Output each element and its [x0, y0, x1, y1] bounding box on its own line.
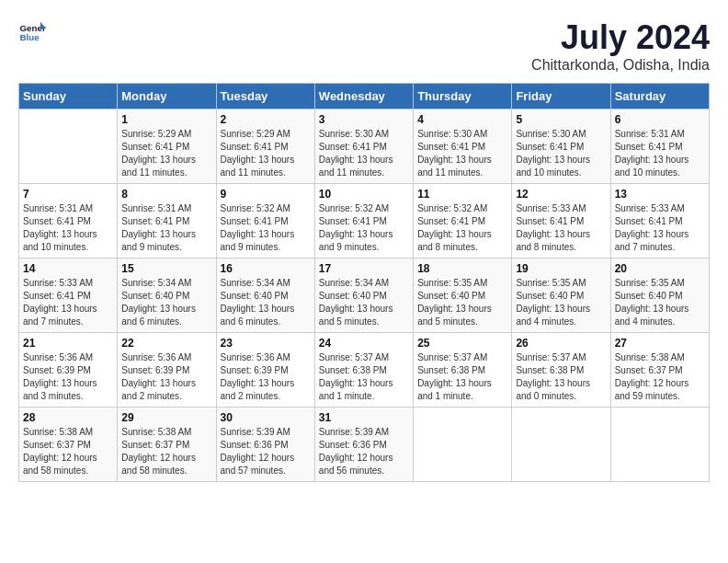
day-number: 25: [417, 337, 507, 350]
day-info: Sunrise: 5:31 AMSunset: 6:41 PMDaylight:…: [23, 202, 113, 254]
day-cell: 14Sunrise: 5:33 AMSunset: 6:41 PMDayligh…: [19, 259, 118, 333]
day-number: 27: [615, 337, 705, 350]
day-info: Sunrise: 5:34 AMSunset: 6:40 PMDaylight:…: [221, 277, 311, 328]
day-number: 10: [319, 188, 409, 201]
day-number: 24: [319, 337, 409, 350]
day-cell: 21Sunrise: 5:36 AMSunset: 6:39 PMDayligh…: [19, 333, 118, 408]
day-cell: 25Sunrise: 5:37 AMSunset: 6:38 PMDayligh…: [414, 333, 512, 408]
day-number: 31: [319, 411, 409, 424]
day-number: 16: [221, 262, 311, 275]
col-friday: Friday: [512, 84, 610, 109]
day-cell: 28Sunrise: 5:38 AMSunset: 6:37 PMDayligh…: [19, 408, 118, 482]
day-info: Sunrise: 5:37 AMSunset: 6:38 PMDaylight:…: [319, 351, 409, 403]
day-info: Sunrise: 5:35 AMSunset: 6:40 PMDaylight:…: [516, 277, 606, 328]
day-info: Sunrise: 5:38 AMSunset: 6:37 PMDaylight:…: [23, 426, 113, 477]
day-cell: 3Sunrise: 5:30 AMSunset: 6:41 PMDaylight…: [314, 109, 413, 184]
day-info: Sunrise: 5:32 AMSunset: 6:41 PMDaylight:…: [417, 202, 507, 254]
day-info: Sunrise: 5:29 AMSunset: 6:41 PMDaylight:…: [121, 128, 211, 179]
day-cell: 18Sunrise: 5:35 AMSunset: 6:40 PMDayligh…: [414, 259, 512, 333]
day-info: Sunrise: 5:37 AMSunset: 6:38 PMDaylight:…: [417, 351, 507, 403]
day-info: Sunrise: 5:34 AMSunset: 6:40 PMDaylight:…: [319, 277, 409, 328]
day-cell: 16Sunrise: 5:34 AMSunset: 6:40 PMDayligh…: [216, 259, 314, 333]
day-number: 9: [221, 188, 311, 201]
day-number: 11: [417, 188, 507, 201]
subtitle: Chittarkonda, Odisha, India: [531, 57, 710, 74]
day-info: Sunrise: 5:33 AMSunset: 6:41 PMDaylight:…: [23, 277, 113, 328]
day-info: Sunrise: 5:36 AMSunset: 6:39 PMDaylight:…: [23, 351, 113, 403]
day-cell: 20Sunrise: 5:35 AMSunset: 6:40 PMDayligh…: [610, 259, 709, 333]
day-cell: 19Sunrise: 5:35 AMSunset: 6:40 PMDayligh…: [512, 259, 610, 333]
day-cell: 10Sunrise: 5:32 AMSunset: 6:41 PMDayligh…: [314, 184, 413, 259]
day-number: 3: [319, 113, 409, 126]
week-row-4: 21Sunrise: 5:36 AMSunset: 6:39 PMDayligh…: [19, 333, 710, 408]
week-row-2: 7Sunrise: 5:31 AMSunset: 6:41 PMDaylight…: [19, 184, 710, 259]
svg-text:Blue: Blue: [20, 32, 40, 42]
title-block: July 2024 Chittarkonda, Odisha, India: [531, 18, 710, 74]
day-cell: 8Sunrise: 5:31 AMSunset: 6:41 PMDaylight…: [118, 184, 216, 259]
day-info: Sunrise: 5:33 AMSunset: 6:41 PMDaylight:…: [516, 202, 606, 254]
day-info: Sunrise: 5:30 AMSunset: 6:41 PMDaylight:…: [319, 128, 409, 179]
day-info: Sunrise: 5:35 AMSunset: 6:40 PMDaylight:…: [417, 277, 507, 328]
col-saturday: Saturday: [610, 84, 709, 109]
day-info: Sunrise: 5:31 AMSunset: 6:41 PMDaylight:…: [615, 128, 705, 179]
week-row-5: 28Sunrise: 5:38 AMSunset: 6:37 PMDayligh…: [19, 408, 710, 482]
day-cell: 4Sunrise: 5:30 AMSunset: 6:41 PMDaylight…: [414, 109, 512, 184]
day-number: 5: [516, 113, 606, 126]
day-number: 12: [516, 188, 606, 201]
day-info: Sunrise: 5:36 AMSunset: 6:39 PMDaylight:…: [121, 351, 211, 403]
day-number: 19: [516, 262, 606, 275]
day-cell: 2Sunrise: 5:29 AMSunset: 6:41 PMDaylight…: [216, 109, 314, 184]
day-cell: [512, 408, 610, 482]
day-number: 14: [23, 262, 113, 275]
day-info: Sunrise: 5:38 AMSunset: 6:37 PMDaylight:…: [121, 426, 211, 477]
day-info: Sunrise: 5:30 AMSunset: 6:41 PMDaylight:…: [417, 128, 507, 179]
day-cell: [610, 408, 709, 482]
header-row: Sunday Monday Tuesday Wednesday Thursday…: [19, 84, 710, 109]
day-cell: 7Sunrise: 5:31 AMSunset: 6:41 PMDaylight…: [19, 184, 118, 259]
day-cell: 24Sunrise: 5:37 AMSunset: 6:38 PMDayligh…: [314, 333, 413, 408]
day-cell: 5Sunrise: 5:30 AMSunset: 6:41 PMDaylight…: [512, 109, 610, 184]
day-cell: 6Sunrise: 5:31 AMSunset: 6:41 PMDaylight…: [610, 109, 709, 184]
day-number: 1: [121, 113, 211, 126]
day-number: 21: [23, 337, 113, 350]
day-number: 8: [121, 188, 211, 201]
page-header: General Blue July 2024 Chittarkonda, Odi…: [18, 18, 710, 74]
main-title: July 2024: [531, 18, 710, 57]
day-cell: 17Sunrise: 5:34 AMSunset: 6:40 PMDayligh…: [314, 259, 413, 333]
day-info: Sunrise: 5:37 AMSunset: 6:38 PMDaylight:…: [516, 351, 606, 403]
day-cell: 13Sunrise: 5:33 AMSunset: 6:41 PMDayligh…: [610, 184, 709, 259]
day-number: 28: [23, 411, 113, 424]
col-wednesday: Wednesday: [314, 84, 413, 109]
day-cell: [414, 408, 512, 482]
day-number: 4: [417, 113, 507, 126]
day-cell: 23Sunrise: 5:36 AMSunset: 6:39 PMDayligh…: [216, 333, 314, 408]
day-cell: [19, 109, 118, 184]
day-number: 15: [121, 262, 211, 275]
day-number: 2: [221, 113, 311, 126]
day-cell: 26Sunrise: 5:37 AMSunset: 6:38 PMDayligh…: [512, 333, 610, 408]
day-cell: 30Sunrise: 5:39 AMSunset: 6:36 PMDayligh…: [216, 408, 314, 482]
day-cell: 1Sunrise: 5:29 AMSunset: 6:41 PMDaylight…: [118, 109, 216, 184]
day-cell: 31Sunrise: 5:39 AMSunset: 6:36 PMDayligh…: [314, 408, 413, 482]
day-info: Sunrise: 5:39 AMSunset: 6:36 PMDaylight:…: [221, 426, 311, 477]
col-tuesday: Tuesday: [216, 84, 314, 109]
day-number: 17: [319, 262, 409, 275]
col-monday: Monday: [118, 84, 216, 109]
day-info: Sunrise: 5:38 AMSunset: 6:37 PMDaylight:…: [615, 351, 705, 403]
day-info: Sunrise: 5:35 AMSunset: 6:40 PMDaylight:…: [615, 277, 705, 328]
day-info: Sunrise: 5:32 AMSunset: 6:41 PMDaylight:…: [319, 202, 409, 254]
day-number: 20: [615, 262, 705, 275]
day-cell: 9Sunrise: 5:32 AMSunset: 6:41 PMDaylight…: [216, 184, 314, 259]
day-number: 7: [23, 188, 113, 201]
day-cell: 22Sunrise: 5:36 AMSunset: 6:39 PMDayligh…: [118, 333, 216, 408]
day-info: Sunrise: 5:31 AMSunset: 6:41 PMDaylight:…: [121, 202, 211, 254]
day-number: 13: [615, 188, 705, 201]
day-number: 22: [121, 337, 211, 350]
day-info: Sunrise: 5:29 AMSunset: 6:41 PMDaylight:…: [221, 128, 311, 179]
calendar-header: Sunday Monday Tuesday Wednesday Thursday…: [19, 84, 710, 109]
day-number: 30: [221, 411, 311, 424]
day-info: Sunrise: 5:33 AMSunset: 6:41 PMDaylight:…: [615, 202, 705, 254]
day-cell: 15Sunrise: 5:34 AMSunset: 6:40 PMDayligh…: [118, 259, 216, 333]
day-info: Sunrise: 5:30 AMSunset: 6:41 PMDaylight:…: [516, 128, 606, 179]
day-number: 23: [221, 337, 311, 350]
